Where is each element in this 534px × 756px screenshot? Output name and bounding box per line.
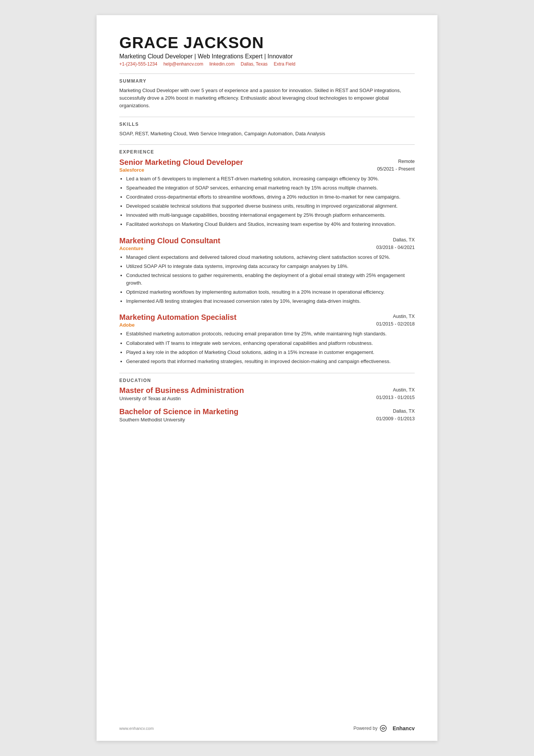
edu-2-degree: Bachelor of Science in Marketing <box>119 407 239 416</box>
list-item: Optimized marketing workflows by impleme… <box>126 288 415 296</box>
page-footer: www.enhancv.com Powered by Enhancv <box>119 725 415 732</box>
job-1-location: Remote <box>398 159 415 164</box>
footer-logo-area: Powered by Enhancv <box>353 725 415 732</box>
job-2-header: Marketing Cloud Consultant Accenture Dal… <box>119 236 415 251</box>
job-1-company: Salesforce <box>119 167 243 173</box>
enhancv-brand: Enhancv <box>393 725 415 731</box>
job-3-title: Marketing Automation Specialist <box>119 313 236 322</box>
edu-2-location-date: Dallas, TX 01/2009 - 01/2013 <box>376 407 415 423</box>
list-item: Implemented A/B testing strategies that … <box>126 297 415 305</box>
list-item: Spearheaded the integration of SOAP serv… <box>126 184 415 192</box>
list-item: Innovated with multi-language capabiliti… <box>126 211 415 219</box>
edu-2-header: Bachelor of Science in Marketing Souther… <box>119 407 415 423</box>
edu-2-school: Southern Methodist University <box>119 417 239 423</box>
edu-1-left: Master of Business Administration Univer… <box>119 386 244 401</box>
job-2-left: Marketing Cloud Consultant Accenture <box>119 236 220 251</box>
contact-line: +1-(234)-555-1234 help@enhancv.com linke… <box>119 61 415 67</box>
list-item: Managed client expectations and delivere… <box>126 254 415 261</box>
edu-2-left: Bachelor of Science in Marketing Souther… <box>119 407 239 423</box>
candidate-tagline: Marketing Cloud Developer | Web Integrat… <box>119 53 415 60</box>
list-item: Collaborated with IT teams to integrate … <box>126 340 415 347</box>
edu-1-dates: 01/2013 - 01/2015 <box>376 395 415 400</box>
edu-1-header: Master of Business Administration Univer… <box>119 386 415 401</box>
footer-website: www.enhancv.com <box>119 726 154 731</box>
list-item: Utilized SOAP API to integrate data syst… <box>126 263 415 270</box>
list-item: Facilitated workshops on Marketing Cloud… <box>126 221 415 228</box>
job-entry-2: Marketing Cloud Consultant Accenture Dal… <box>119 236 415 305</box>
svg-point-0 <box>380 725 386 731</box>
resume-page: GRACE JACKSON Marketing Cloud Developer … <box>97 15 437 741</box>
job-3-bullets: Established marketing automation protoco… <box>119 330 415 365</box>
skills-divider <box>119 117 415 117</box>
contact-location: Dallas, Texas <box>240 61 267 67</box>
job-1-location-date: Remote 05/2021 - Present <box>377 158 415 173</box>
job-1-title: Senior Marketing Cloud Developer <box>119 158 243 167</box>
skills-title: SKILLS <box>119 122 415 127</box>
summary-section: SUMMARY Marketing Cloud Developer with o… <box>119 78 415 110</box>
list-item: Generated reports that informed marketin… <box>126 358 415 365</box>
summary-text: Marketing Cloud Developer with over 5 ye… <box>119 87 415 110</box>
job-1-bullets: Led a team of 5 developers to implement … <box>119 175 415 229</box>
experience-title: EXPERIENCE <box>119 149 415 155</box>
job-3-location: Austin, TX <box>393 314 415 319</box>
job-3-header: Marketing Automation Specialist Adobe Au… <box>119 313 415 328</box>
contact-linkedin: linkedin.com <box>209 61 235 67</box>
job-entry-1: Senior Marketing Cloud Developer Salesfo… <box>119 158 415 229</box>
skills-text: SOAP, REST, Marketing Cloud, Web Service… <box>119 130 415 138</box>
header: GRACE JACKSON Marketing Cloud Developer … <box>119 34 415 67</box>
powered-by-label: Powered by <box>353 726 377 731</box>
contact-phone: +1-(234)-555-1234 <box>119 61 157 67</box>
list-item: Developed scalable technical solutions t… <box>126 202 415 210</box>
skills-section: SKILLS SOAP, REST, Marketing Cloud, Web … <box>119 122 415 138</box>
job-1-left: Senior Marketing Cloud Developer Salesfo… <box>119 158 243 173</box>
list-item: Conducted technical sessions to gather r… <box>126 272 415 287</box>
job-2-company: Accenture <box>119 246 220 251</box>
education-section: EDUCATION Master of Business Administrat… <box>119 378 415 423</box>
contact-email: help@enhancv.com <box>163 61 203 67</box>
list-item: Led a team of 5 developers to implement … <box>126 175 415 183</box>
education-divider <box>119 373 415 373</box>
edu-1-location-date: Austin, TX 01/2013 - 01/2015 <box>376 386 415 401</box>
summary-title: SUMMARY <box>119 78 415 84</box>
contact-extra: Extra Field <box>274 61 295 67</box>
job-entry-3: Marketing Automation Specialist Adobe Au… <box>119 313 415 365</box>
candidate-name: GRACE JACKSON <box>119 34 415 52</box>
list-item: Established marketing automation protoco… <box>126 330 415 338</box>
edu-2-location: Dallas, TX <box>393 409 415 414</box>
list-item: Coordinated cross-departmental efforts t… <box>126 193 415 201</box>
job-3-dates: 01/2015 - 02/2018 <box>376 321 415 327</box>
edu-2-dates: 01/2009 - 01/2013 <box>376 416 415 421</box>
job-3-location-date: Austin, TX 01/2015 - 02/2018 <box>376 313 415 328</box>
job-3-company: Adobe <box>119 322 236 328</box>
job-2-location-date: Dallas, TX 03/2018 - 04/2021 <box>376 236 415 251</box>
job-3-left: Marketing Automation Specialist Adobe <box>119 313 236 328</box>
edu-1-school: University of Texas at Austin <box>119 396 244 401</box>
enhancv-logo-icon <box>380 725 390 732</box>
job-1-dates: 05/2021 - Present <box>377 166 415 172</box>
job-1-header: Senior Marketing Cloud Developer Salesfo… <box>119 158 415 173</box>
edu-1-degree: Master of Business Administration <box>119 386 244 395</box>
job-2-bullets: Managed client expectations and delivere… <box>119 254 415 305</box>
job-2-location: Dallas, TX <box>393 237 415 243</box>
education-title: EDUCATION <box>119 378 415 383</box>
edu-entry-2: Bachelor of Science in Marketing Souther… <box>119 407 415 423</box>
header-divider <box>119 74 415 74</box>
job-2-dates: 03/2018 - 04/2021 <box>376 245 415 250</box>
experience-divider <box>119 144 415 145</box>
experience-section: EXPERIENCE Senior Marketing Cloud Develo… <box>119 149 415 365</box>
edu-entry-1: Master of Business Administration Univer… <box>119 386 415 401</box>
job-2-title: Marketing Cloud Consultant <box>119 236 220 245</box>
list-item: Played a key role in the adoption of Mar… <box>126 349 415 356</box>
edu-1-location: Austin, TX <box>393 387 415 393</box>
